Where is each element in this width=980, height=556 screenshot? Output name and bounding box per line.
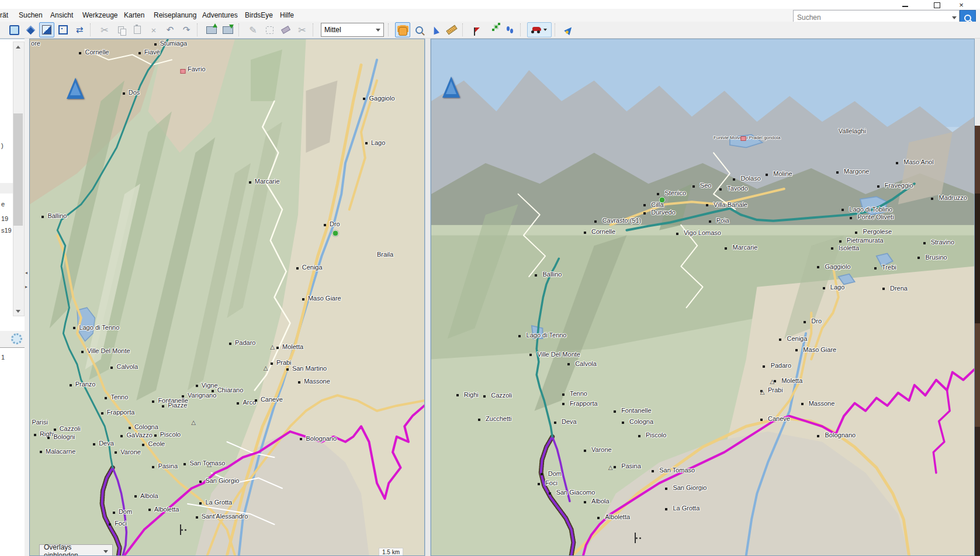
redo-icon: ↷ [183, 25, 191, 35]
close-button[interactable]: × [955, 0, 968, 8]
cube-3d-icon [26, 25, 35, 34]
copy-icon [118, 26, 124, 33]
cursor-arrow-icon [431, 25, 439, 34]
scroll-down-button[interactable] [13, 306, 23, 316]
menu-adventures[interactable]: Adventures [200, 9, 240, 22]
go-to-button[interactable] [562, 22, 577, 37]
copy-button[interactable] [113, 22, 129, 37]
list-item[interactable]: 1 [1, 354, 5, 361]
send-to-device-icon [206, 26, 217, 34]
center-map-button[interactable] [56, 22, 71, 37]
map-3d-view-button[interactable] [23, 22, 38, 37]
navigate-icon [564, 25, 574, 35]
toolbar: ⇄ ✂ × ↶ ↷ ✎ ✂ Mittel [0, 22, 980, 39]
pan-tool-button[interactable] [395, 22, 410, 37]
toolbar-separator [313, 23, 317, 36]
select-tool-button[interactable] [428, 22, 443, 37]
chevron-down-icon [376, 29, 380, 32]
list-item[interactable]: s19 [1, 227, 12, 234]
maximize-button[interactable] [930, 0, 943, 8]
sidebar-selected-row[interactable] [0, 183, 14, 194]
eraser-icon [281, 26, 290, 34]
scissors-icon: ✂ [298, 25, 306, 36]
ruler-icon [446, 25, 457, 35]
search-icon [964, 15, 971, 22]
toolbar-separator [388, 23, 392, 36]
measure-tool-button[interactable] [444, 22, 459, 37]
activity-profile-dropdown[interactable] [527, 22, 552, 37]
split-view-button[interactable] [39, 22, 54, 37]
lower-list-panel[interactable]: 1 [0, 347, 25, 556]
menu-ansicht[interactable]: Ansicht [48, 9, 75, 22]
panel-splitter[interactable]: ◂ ▸ [25, 39, 29, 556]
list-item[interactable]: e [1, 201, 5, 208]
map-scale-label: 1.5 km [379, 548, 403, 556]
menu-geraet[interactable]: rät [0, 9, 11, 22]
receive-from-device-icon [223, 26, 233, 34]
map-2d-panel[interactable]: Overlays einblenden 1.5 km oreCornelleFi… [29, 39, 425, 556]
split-view-icon [42, 25, 51, 34]
sync-views-button[interactable]: ⇄ [72, 22, 87, 37]
menu-werkzeuge[interactable]: Werkzeuge [80, 9, 120, 22]
map-3d-panel[interactable]: Funivie Molveno Pradel gondolaVallelaghi… [431, 39, 975, 556]
paste-button[interactable] [130, 22, 145, 37]
menu-reiseplanung[interactable]: Reiseplanung [151, 9, 199, 22]
trim-button[interactable]: ✂ [295, 22, 310, 37]
minimize-button[interactable] [899, 0, 912, 8]
map-split-divider[interactable] [425, 39, 431, 556]
undo-button[interactable]: ↶ [162, 22, 178, 37]
toolbar-separator [555, 23, 559, 36]
detail-level-value: Mittel [324, 26, 341, 34]
sidebar-footer [0, 331, 25, 346]
toolbar-separator [462, 23, 466, 36]
close-icon: × [959, 2, 964, 8]
background-window-sliver [975, 39, 980, 556]
edit-pen-button[interactable]: ✎ [245, 22, 261, 37]
chevron-down-icon [103, 550, 108, 553]
map-2d-view-button[interactable] [6, 22, 22, 37]
send-to-device-button[interactable] [204, 22, 219, 37]
footprints-icon [507, 26, 510, 31]
arrow-up-icon [16, 46, 20, 49]
center-map-icon [58, 25, 68, 34]
arrow-down-icon [16, 310, 20, 313]
menu-suchen[interactable]: Suchen [16, 9, 45, 22]
delete-x-icon: × [151, 25, 157, 35]
eraser-button[interactable] [278, 22, 293, 37]
content-area: ) e 19 s19 1 ◂ ▸ [0, 39, 980, 556]
titlebar: × [0, 0, 980, 9]
receive-from-device-button[interactable] [220, 22, 236, 37]
cut-button[interactable]: ✂ [97, 22, 112, 37]
overlays-dropdown[interactable]: Overlays einblenden [39, 544, 113, 556]
toolbar-separator [90, 23, 94, 36]
new-track-button[interactable] [502, 22, 517, 37]
collapse-left-icon[interactable]: ◂ [25, 270, 27, 275]
expand-right-icon[interactable]: ▸ [25, 284, 27, 289]
overlays-label: Overlays einblenden [44, 543, 103, 556]
list-item[interactable]: 19 [1, 215, 8, 222]
redo-button[interactable]: ↷ [179, 22, 194, 37]
delete-button[interactable]: × [146, 22, 161, 37]
new-waypoint-button[interactable] [469, 22, 484, 37]
map-3d-canvas [431, 39, 974, 555]
menu-karten[interactable]: Karten [122, 9, 147, 22]
gear-icon[interactable] [11, 333, 22, 344]
menu-hilfe[interactable]: Hilfe [278, 9, 296, 22]
zoom-tool-button[interactable] [411, 22, 427, 37]
hand-icon [399, 27, 407, 36]
minimize-icon [902, 6, 908, 7]
detail-level-dropdown[interactable]: Mittel [321, 23, 384, 37]
chevron-down-icon [543, 29, 547, 31]
scrollbar-thumb[interactable] [13, 113, 23, 226]
sidebar-panel[interactable]: ) e 19 s19 [0, 39, 25, 331]
sidebar-scrollbar[interactable] [13, 42, 25, 316]
map-2d-canvas [30, 39, 424, 555]
chevron-down-icon [952, 16, 957, 19]
maximize-icon [934, 2, 940, 8]
list-item[interactable]: ) [1, 142, 4, 149]
lasso-select-button[interactable] [262, 22, 277, 37]
scroll-up-button[interactable] [13, 42, 23, 51]
menu-birdseye[interactable]: BirdsEye [243, 9, 275, 22]
new-route-button[interactable] [486, 22, 501, 37]
sync-arrows-icon: ⇄ [76, 26, 84, 34]
